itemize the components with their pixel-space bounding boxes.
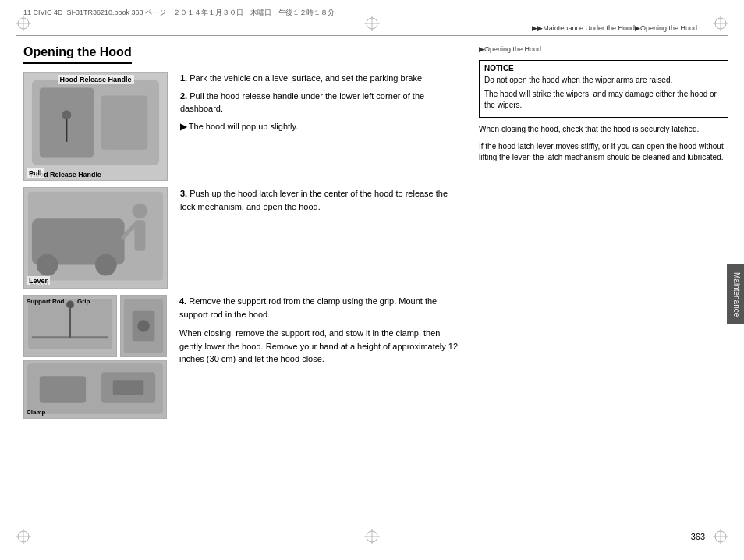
step-4-text: 4. Remove the support rod from the clamp… xyxy=(179,295,460,419)
svg-rect-45 xyxy=(40,376,86,403)
svg-rect-21 xyxy=(101,95,147,149)
section-3: Support Rod Grip xyxy=(23,295,460,419)
svg-point-38 xyxy=(66,301,74,309)
corner-mark-tr xyxy=(713,16,728,31)
notice-title: NOTICE xyxy=(484,64,723,73)
step1-num: 1. xyxy=(180,73,187,83)
notice-line-2: The hood will strike the wipers, and may… xyxy=(484,89,723,111)
svg-point-42 xyxy=(137,320,149,331)
page-number: 363 xyxy=(691,532,705,541)
steps-1-2: 1. Park the vehicle on a level surface, … xyxy=(180,72,460,181)
svg-point-30 xyxy=(132,203,147,218)
page-title: Opening the Hood xyxy=(23,45,132,64)
clamp-label: Clamp xyxy=(27,409,45,416)
maintenance-tab: Maintenance xyxy=(727,264,744,324)
step3-num: 3. xyxy=(180,189,187,198)
section-1: Hood Release Handle Hood Release Handle … xyxy=(23,72,460,181)
side-text-1: When closing the hood, check that the ho… xyxy=(479,124,728,135)
corner-mark-tl xyxy=(16,16,31,31)
svg-point-28 xyxy=(37,254,58,276)
notice-box: NOTICE Do not open the hood when the wip… xyxy=(479,60,728,118)
support-rod-label: Support Rod xyxy=(27,298,64,305)
step2-num: 2. xyxy=(180,91,187,101)
step3-text: Push up the hood latch lever in the cent… xyxy=(180,189,448,211)
svg-point-23 xyxy=(62,110,71,119)
pull-label: Pull xyxy=(27,168,44,178)
step2-arrow: ▶ xyxy=(180,122,186,131)
corner-mark-tc xyxy=(364,16,380,31)
support-rod-image: Support Rod Grip xyxy=(23,295,117,357)
step2-text: Pull the hood release handle under the l… xyxy=(180,91,424,114)
hood-release-label: Hood Release Handle xyxy=(57,75,133,84)
step1-text: Park the vehicle on a level surface, and… xyxy=(190,73,424,83)
file-info: 11 CIVIC 4D_SI-31TR36210.book 363 ページ ２０… xyxy=(23,8,335,18)
step4-num: 4. xyxy=(179,296,186,306)
notice-line-1: Do not open the hood when the wiper arms… xyxy=(484,75,723,86)
closing-text: When closing, remove the support rod, an… xyxy=(179,327,460,366)
support-rod-top-images: Support Rod Grip xyxy=(23,295,167,357)
corner-mark-br xyxy=(713,529,728,544)
support-rod-images: Support Rod Grip xyxy=(23,295,167,419)
side-section-title: ▶Opening the Hood xyxy=(479,45,728,55)
clamp-image: Clamp xyxy=(23,360,167,419)
hood-release-image: Hood Release Handle Hood Release Handle … xyxy=(23,72,168,181)
grip-label: Grip xyxy=(77,298,90,305)
corner-mark-bl xyxy=(16,529,31,544)
step-3-text: 3. Push up the hood latch lever in the c… xyxy=(180,187,460,289)
section-2: Lever Lever 3. Push up the hood latch le… xyxy=(23,187,460,289)
svg-rect-47 xyxy=(113,380,144,395)
lever-image: Lever Lever xyxy=(23,187,168,289)
grip-detail-image xyxy=(120,295,167,357)
step4-text: Remove the support rod from the clamp us… xyxy=(179,296,437,319)
step2-arrow-text: The hood will pop up slightly. xyxy=(189,122,298,131)
side-text-2: If the hood latch lever moves stiffly, o… xyxy=(479,141,728,163)
lever-label: Lever xyxy=(27,276,50,285)
corner-mark-bc xyxy=(364,529,380,544)
left-column: Opening the Hood Hood Release Handle Hoo… xyxy=(23,45,460,512)
svg-point-29 xyxy=(95,254,117,276)
main-content: Opening the Hood Hood Release Handle Hoo… xyxy=(0,36,744,518)
right-column: ▶Opening the Hood NOTICE Do not open the… xyxy=(473,45,728,512)
